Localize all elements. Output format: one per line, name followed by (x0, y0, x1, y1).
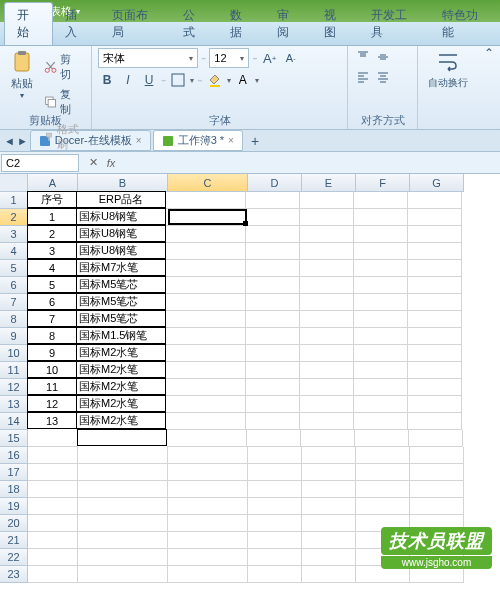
cell[interactable] (248, 464, 302, 481)
increase-font-button[interactable]: A+ (261, 49, 279, 67)
formula-input[interactable] (124, 161, 500, 165)
cell[interactable] (78, 498, 168, 515)
cell[interactable] (28, 481, 78, 498)
cell[interactable] (168, 566, 248, 583)
column-header-D[interactable]: D (248, 174, 302, 192)
column-header-E[interactable]: E (302, 174, 356, 192)
row-header-4[interactable]: 4 (0, 243, 28, 260)
cell[interactable]: 10 (27, 361, 77, 378)
border-button[interactable] (169, 71, 187, 89)
row-header-7[interactable]: 7 (0, 294, 28, 311)
cell[interactable] (408, 226, 462, 243)
underline-button[interactable]: U (140, 71, 158, 89)
cell[interactable] (410, 464, 464, 481)
close-icon[interactable]: × (136, 135, 142, 146)
wrap-text-button[interactable]: 自动换行 (424, 48, 472, 92)
cell[interactable]: 国标M1.5钢笔 (76, 327, 166, 344)
cell[interactable]: 国标M2水笔 (76, 361, 166, 378)
cell[interactable]: 6 (27, 293, 77, 310)
cell[interactable] (248, 532, 302, 549)
cell[interactable] (300, 396, 354, 413)
cell[interactable] (354, 243, 408, 260)
cell[interactable] (408, 192, 462, 209)
cell[interactable] (300, 328, 354, 345)
row-header-20[interactable]: 20 (0, 515, 28, 532)
cell[interactable] (300, 362, 354, 379)
cell[interactable]: 3 (27, 242, 77, 259)
cell[interactable] (300, 311, 354, 328)
cell[interactable]: 国标M2水笔 (76, 395, 166, 412)
cell[interactable]: 国标M5笔芯 (76, 310, 166, 327)
cell[interactable] (409, 430, 463, 447)
cell[interactable] (408, 396, 462, 413)
cell[interactable]: 国标M7水笔 (76, 259, 166, 276)
cell[interactable] (166, 311, 246, 328)
ribbon-tab-3[interactable]: 公式 (171, 3, 218, 45)
cell[interactable]: 国标M5笔芯 (76, 276, 166, 293)
column-header-F[interactable]: F (356, 174, 410, 192)
cell[interactable] (354, 277, 408, 294)
cell[interactable] (166, 243, 246, 260)
cell[interactable] (354, 311, 408, 328)
cell[interactable]: 12 (27, 395, 77, 412)
row-header-15[interactable]: 15 (0, 430, 28, 447)
cell[interactable] (166, 379, 246, 396)
cell[interactable] (355, 430, 409, 447)
cell[interactable] (78, 549, 168, 566)
cell[interactable] (300, 243, 354, 260)
cell[interactable] (28, 549, 78, 566)
cell[interactable] (247, 430, 301, 447)
row-header-11[interactable]: 11 (0, 362, 28, 379)
cell[interactable] (354, 226, 408, 243)
new-tab-button[interactable]: + (245, 133, 265, 149)
column-header-G[interactable]: G (410, 174, 464, 192)
cell[interactable] (246, 226, 300, 243)
cell[interactable] (356, 447, 410, 464)
cell[interactable] (246, 362, 300, 379)
cell[interactable] (302, 549, 356, 566)
cell[interactable]: 1 (27, 208, 77, 225)
cell[interactable] (78, 515, 168, 532)
ribbon-minimize-button[interactable]: ⌃ (478, 46, 500, 129)
cell[interactable]: 国标M2水笔 (76, 412, 166, 429)
cell[interactable] (168, 549, 248, 566)
cell[interactable] (246, 345, 300, 362)
cell[interactable] (246, 328, 300, 345)
cell[interactable] (410, 447, 464, 464)
cell[interactable] (246, 209, 300, 226)
cell[interactable] (166, 260, 246, 277)
row-header-21[interactable]: 21 (0, 532, 28, 549)
cell[interactable]: 国标M2水笔 (76, 378, 166, 395)
cell[interactable] (302, 532, 356, 549)
ribbon-tab-1[interactable]: 插入 (53, 3, 100, 45)
cell[interactable] (354, 209, 408, 226)
column-header-C[interactable]: C (168, 174, 248, 192)
row-header-13[interactable]: 13 (0, 396, 28, 413)
row-header-17[interactable]: 17 (0, 464, 28, 481)
cell[interactable] (408, 362, 462, 379)
cell[interactable]: 2 (27, 225, 77, 242)
cell[interactable] (356, 481, 410, 498)
cell[interactable] (354, 413, 408, 430)
name-box[interactable] (1, 154, 79, 172)
document-tab-1[interactable]: 工作簿3 *× (153, 130, 243, 151)
cell[interactable] (166, 209, 246, 226)
cell[interactable] (246, 192, 300, 209)
ribbon-tab-0[interactable]: 开始 (4, 2, 53, 45)
cell[interactable] (246, 396, 300, 413)
cell[interactable] (354, 260, 408, 277)
cell[interactable] (356, 464, 410, 481)
cell[interactable]: 8 (27, 327, 77, 344)
cell[interactable] (166, 294, 246, 311)
cell[interactable] (166, 362, 246, 379)
cell[interactable]: 5 (27, 276, 77, 293)
cell[interactable] (78, 447, 168, 464)
cell[interactable]: 国标M5笔芯 (76, 293, 166, 310)
cell[interactable] (168, 532, 248, 549)
font-size-combo[interactable]: 12▾ (209, 48, 249, 68)
cell[interactable] (300, 294, 354, 311)
cell[interactable] (408, 379, 462, 396)
cell[interactable] (166, 328, 246, 345)
bold-button[interactable]: B (98, 71, 116, 89)
cell[interactable] (78, 566, 168, 583)
